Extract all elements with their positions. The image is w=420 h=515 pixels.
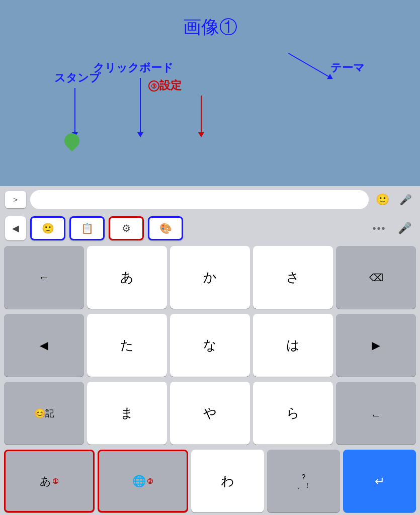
circle-3: ③ xyxy=(148,80,159,92)
arrow-clipboard xyxy=(140,78,141,133)
key-ta-label: た xyxy=(120,336,134,354)
expand-button[interactable]: ＞ xyxy=(5,191,26,208)
key-space[interactable]: ⎵ xyxy=(336,382,416,445)
delete-icon: ⌫ xyxy=(369,272,383,284)
annotation-clipboard-label: クリックボード xyxy=(93,60,174,75)
key-globe-circle2[interactable]: 🌐 ② xyxy=(98,450,188,512)
annotation-settings-label: ③設定 xyxy=(148,78,182,93)
keyboard-area: ＞ 🙂 🎤 ◀ 🙂 📋 ⚙ 🎨 ••• 🎤 ← あ xyxy=(0,186,420,515)
emoji-ki-label: 😊記 xyxy=(34,407,54,419)
key-enter[interactable]: ↵ xyxy=(343,450,416,512)
key-ma-label: ま xyxy=(120,404,134,422)
left-triangle-icon: ◀ xyxy=(40,339,48,352)
theme-button[interactable]: 🎨 xyxy=(148,216,183,240)
search-input-area[interactable] xyxy=(30,190,369,209)
top-area: 画像① スタンプ クリックボード ③設定 テーマ xyxy=(0,0,420,186)
toolbar-row: ◀ 🙂 📋 ⚙ 🎨 ••• 🎤 xyxy=(0,213,420,243)
arrow-settings xyxy=(201,96,202,133)
arrow-theme xyxy=(288,53,332,79)
key-delete[interactable]: ⌫ xyxy=(336,246,416,309)
punctuation-label: ?、！ xyxy=(297,473,311,490)
key-sa[interactable]: さ xyxy=(253,246,333,309)
key-ta[interactable]: た xyxy=(87,314,167,377)
mic-button-top[interactable]: 🎤 xyxy=(396,190,415,209)
key-wa-label: わ xyxy=(221,472,234,490)
dots-button[interactable]: ••• xyxy=(369,216,390,240)
space-icon: ⎵ xyxy=(373,407,379,419)
enter-icon: ↵ xyxy=(375,474,385,488)
key-ra-label: ら xyxy=(286,404,300,422)
theme-icon: 🎨 xyxy=(159,222,172,234)
key-a[interactable]: あ xyxy=(87,246,167,309)
search-row: ＞ 🙂 🎤 xyxy=(0,186,420,213)
key-right-arrow[interactable]: ▶ xyxy=(336,314,416,377)
annotation-theme-label: テーマ xyxy=(330,60,365,75)
stamp-icon: 🙂 xyxy=(42,222,54,234)
key-row-2: ◀ た な は ▶ xyxy=(0,311,420,379)
globe-icon: 🌐 xyxy=(132,475,146,488)
key-hiragana-circle1[interactable]: あ ① xyxy=(4,450,95,512)
key-ka[interactable]: か xyxy=(170,246,250,309)
key-na[interactable]: な xyxy=(170,314,250,377)
key-left-arrow[interactable]: ◀ xyxy=(4,314,84,377)
key-row-4: あ ① 🌐 ② わ ?、！ ↵ xyxy=(0,447,420,515)
key-ha-label: は xyxy=(286,336,300,354)
key-emoji-ki[interactable]: 😊記 xyxy=(4,382,84,445)
key-ya[interactable]: や xyxy=(170,382,250,445)
key-row-1: ← あ か さ ⌫ xyxy=(0,243,420,311)
circle-2-label: ② xyxy=(147,477,153,485)
mic-button-toolbar[interactable]: 🎤 xyxy=(394,216,415,240)
key-backspace-left[interactable]: ← xyxy=(4,246,84,309)
clipboard-button[interactable]: 📋 xyxy=(69,216,105,240)
page-title: 画像① xyxy=(183,15,237,40)
key-row-3: 😊記 ま や ら ⎵ xyxy=(0,379,420,447)
hiragana-label: あ xyxy=(40,474,51,489)
back-button[interactable]: ◀ xyxy=(5,216,26,240)
key-sa-label: さ xyxy=(286,269,300,286)
key-rows: ← あ か さ ⌫ ◀ た な xyxy=(0,243,420,515)
key-punctuation[interactable]: ?、！ xyxy=(267,450,340,512)
key-ra[interactable]: ら xyxy=(253,382,333,445)
arrow-stamp xyxy=(74,88,75,133)
left-arrow-icon: ← xyxy=(39,271,50,284)
key-ma[interactable]: ま xyxy=(87,382,167,445)
stamp-indicator-dot xyxy=(61,130,82,151)
settings-icon: ⚙ xyxy=(122,222,131,234)
key-na-label: な xyxy=(203,336,217,354)
key-a-label: あ xyxy=(120,269,134,286)
settings-button[interactable]: ⚙ xyxy=(109,216,144,240)
stamp-button[interactable]: 🙂 xyxy=(30,216,65,240)
circle-1-label: ① xyxy=(52,477,59,485)
emoji-button[interactable]: 🙂 xyxy=(373,190,392,209)
key-ka-label: か xyxy=(203,269,217,286)
key-ha[interactable]: は xyxy=(253,314,333,377)
key-ya-label: や xyxy=(203,404,217,422)
key-wa[interactable]: わ xyxy=(191,450,264,512)
right-triangle-icon: ▶ xyxy=(372,339,380,352)
clipboard-icon: 📋 xyxy=(81,222,94,234)
